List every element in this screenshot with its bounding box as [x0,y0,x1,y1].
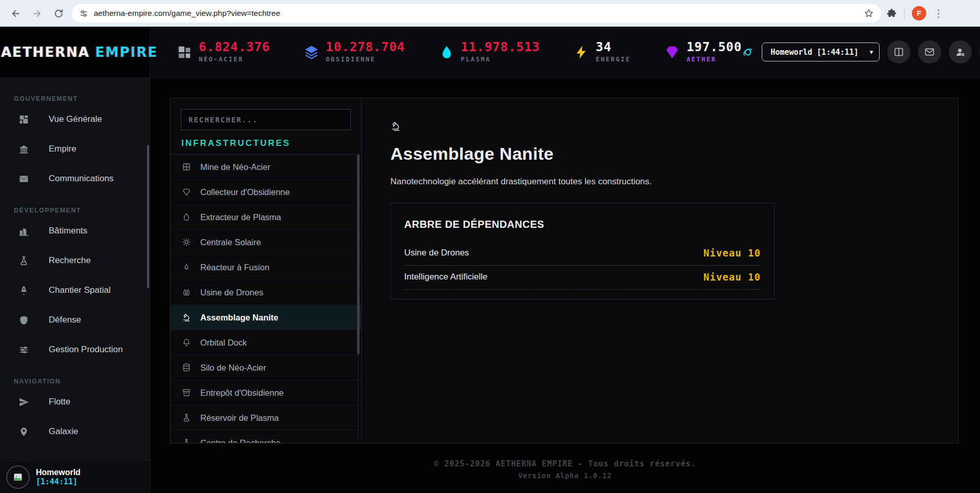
energie-bolt-icon [574,45,589,60]
paper-plane-icon [18,397,29,408]
resource-value: 10.278.704 [326,41,405,54]
sidebar-section-developpement: DÉVELOPPEMENT [14,207,150,214]
detail-panel: Assemblage Nanite Nanotechnologie accélé… [362,98,958,443]
search-input[interactable] [181,109,351,130]
game-header: AETHERNA EMPIRE 6.824.376NÉO-ACIER10.278… [0,27,980,78]
address-bar[interactable]: aetherna-empire.com/game_view.php?view=t… [72,4,881,23]
tech-item-reacteur-a-fusion[interactable]: Réacteur à Fusion [171,255,361,280]
search-wrap [171,98,361,139]
header-button-group [887,40,980,63]
dependency-name: Usine de Drones [404,248,469,258]
sidebar-item-defense[interactable]: Défense [0,305,150,335]
bell-icon [182,338,191,347]
resource-value: 11.978.513 [461,41,540,54]
browser-menu-icon[interactable]: ⋮ [931,8,946,18]
sidebar-item-gestion-production[interactable]: Gestion Production [0,335,150,365]
tech-item-label: Centrale Solaire [200,238,261,247]
planet-icon [742,46,754,58]
sidebar-section-gouvernement: GOUVERNEMENT [14,95,150,102]
sidebar: GOUVERNEMENTVue GénéraleEmpireCommunicat… [0,78,150,493]
dependency-level: Niveau 10 [703,271,761,283]
drone-cam-icon [182,288,191,297]
sidebar-item-batiments[interactable]: Bâtiments [0,216,150,246]
resource-value: 197.500 [686,41,742,54]
sidebar-item-label: Défense [49,315,81,325]
flame-icon [182,263,191,272]
tech-list: Mine de Néo-AcierCollecteur d'Obsidienne… [171,155,361,443]
sidebar-item-empire[interactable]: Empire [0,134,150,164]
browser-toolbar: aetherna-empire.com/game_view.php?view=t… [0,0,980,27]
resource-plasma: 11.978.513PLASMA [439,41,540,63]
sidebar-item-recherche[interactable]: Recherche [0,246,150,275]
site-settings-icon[interactable] [79,9,89,18]
sidebar-item-communications[interactable]: Communications [0,164,150,194]
url-text[interactable]: aetherna-empire.com/game_view.php?view=t… [94,9,859,18]
user-block: Homeworld [1:44:11] [0,460,150,493]
tech-item-mine-de-neo-acier[interactable]: Mine de Néo-Acier [171,155,361,180]
sliders-icon [18,345,29,355]
profile-avatar[interactable]: F [912,6,926,20]
grid-icon [18,114,29,125]
toolbar-divider [904,8,905,19]
columns-button[interactable] [887,40,910,63]
sidebar-item-label: Gestion Production [49,345,123,355]
sidebar-nav: GOUVERNEMENTVue GénéraleEmpireCommunicat… [0,78,150,460]
flask-icon [182,438,191,443]
resource-strip: 6.824.376NÉO-ACIER10.278.704OBSIDIENNE11… [150,27,742,77]
page-title: Assemblage Nanite [390,144,929,164]
microscope-icon [182,313,191,322]
tech-item-orbital-dock[interactable]: Orbital Dock [171,330,361,355]
droplet-outline-icon [182,212,191,222]
dependency-row-usine-de-drones: Usine de DronesNiveau 10 [404,242,761,266]
techtree-panel: INFRASTRUCTURES Mine de Néo-AcierCollect… [170,98,958,443]
sidebar-item-flotte[interactable]: Flotte [0,387,150,417]
tech-item-usine-de-drones[interactable]: Usine de Drones [171,280,361,305]
tech-item-label: Assemblage Nanite [200,313,278,323]
tech-item-centre-de-recherche[interactable]: Centre de Recherche [171,431,361,443]
diamond-icon [182,187,191,197]
back-icon[interactable] [7,5,24,22]
logo-part2: EMPIRE [95,45,158,60]
sidebar-scrollbar[interactable] [147,145,149,288]
sidebar-item-vue-generale[interactable]: Vue Générale [0,104,150,134]
tech-item-assemblage-nanite[interactable]: Assemblage Nanite [171,305,361,330]
tech-item-collecteur-d-obsidienne[interactable]: Collecteur d'Obsidienne [171,180,361,205]
mail-button[interactable] [918,40,941,63]
microscope-icon [390,124,401,133]
planet-selector[interactable]: Homeworld [1:44:11] ▾ [762,42,880,61]
buildings-icon [18,226,29,237]
forward-icon[interactable] [29,5,45,22]
dependency-name: Intelligence Artificielle [404,272,488,282]
tech-item-label: Mine de Néo-Acier [200,162,270,172]
category-label: INFRASTRUCTURES [181,139,290,148]
list-scrollbar-thumb[interactable] [357,155,360,354]
resource-label: ÉNERGIE [596,56,631,63]
dependency-title: ARBRE DE DÉPENDANCES [404,219,761,230]
tech-item-extracteur-de-plasma[interactable]: Extracteur de Plasma [171,205,361,230]
sidebar-item-label: Recherche [49,255,91,266]
tech-item-label: Orbital Dock [200,338,247,348]
tech-item-silo-de-neo-acier[interactable]: Silo de Néo-Acier [171,355,361,380]
user-settings-button[interactable] [949,40,972,63]
tech-item-entrepot-d-obsidienne[interactable]: Entrepôt d'Obsidienne [171,380,361,405]
neo-acier-grid-icon [177,45,192,60]
main-content: INFRASTRUCTURES Mine de Néo-AcierCollect… [150,78,980,493]
sidebar-item-galaxie[interactable]: Galaxie [0,417,150,446]
sidebar-item-label: Communications [49,174,114,184]
envelope-icon [18,174,29,184]
user-settings-icon [955,47,966,57]
user-planet-coords: [1:44:11] [36,477,80,487]
resource-label: PLASMA [461,56,540,63]
extensions-icon[interactable] [886,8,897,19]
tech-item-label: Centre de Recherche [200,438,281,443]
tech-item-centrale-solaire[interactable]: Centrale Solaire [171,230,361,255]
sidebar-item-label: Bâtiments [49,226,88,236]
flask-icon [18,255,29,266]
tech-item-reservoir-de-plasma[interactable]: Réservoir de Plasma [171,405,361,431]
tech-item-label: Réservoir de Plasma [200,413,279,423]
archive-icon [182,388,191,397]
sidebar-item-chantier-spatial[interactable]: Chantier Spatial [0,275,150,305]
sidebar-section-navigation: NAVIGATION [14,378,150,385]
bookmark-star-icon[interactable] [864,8,874,18]
reload-icon[interactable] [50,5,67,22]
